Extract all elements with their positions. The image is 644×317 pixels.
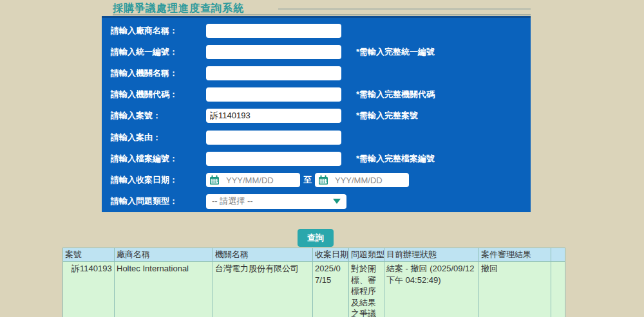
search-form-panel: 請輸入廠商名稱： 請輸入統一編號： *需輸入完整統一編號 請輸入機關名稱： 請輸… [102, 16, 531, 212]
case-reason-label: 請輸入案由： [111, 132, 206, 143]
file-number-input[interactable] [206, 152, 341, 166]
header-extra [551, 248, 565, 262]
table-header-row: 案號 廠商名稱 機關名稱 收案日期 問題類型 目前辦理狀態 案件審理結果 [63, 248, 565, 262]
cell-issue-type: 對於開標、審標程序及結果之爭議 [349, 262, 384, 317]
form-row-agency-name: 請輸入機關名稱： [111, 62, 531, 84]
cell-current-status: 結案 - 撤回 (2025/09/12 下午 04:52:49) [384, 262, 479, 317]
agency-name-label: 請輸入機關名稱： [111, 68, 206, 79]
header-received-date: 收案日期 [313, 248, 349, 262]
title-rule-upper [278, 8, 531, 10]
issue-type-label: 請輸入問題類型： [111, 195, 206, 207]
procurement-dispute-query-page: 採購爭議處理進度查詢系統 請輸入廠商名稱： 請輸入統一編號： *需輸入完整統一編… [0, 0, 644, 317]
cell-extra [551, 262, 565, 317]
results-table: 案號 廠商名稱 機關名稱 收案日期 問題類型 目前辦理狀態 案件審理結果 訴11… [62, 248, 565, 317]
tax-id-hint: *需輸入完整統一編號 [356, 46, 435, 58]
case-number-label: 請輸入案號： [111, 110, 206, 122]
issue-type-selected-value: -- 請選擇 -- [212, 195, 253, 207]
form-row-file-number: 請輸入檔案編號： *需輸入完整檔案編號 [111, 148, 531, 169]
received-date-start-input[interactable] [220, 176, 297, 185]
case-number-input[interactable] [206, 109, 341, 123]
agency-code-input[interactable] [206, 87, 341, 102]
form-row-vendor-name: 請輸入廠商名稱： [111, 20, 531, 41]
tax-id-input[interactable] [206, 45, 341, 59]
cell-received-date: 2025/07/15 [313, 262, 349, 317]
received-date-label: 請輸入收案日期： [111, 174, 206, 186]
cell-case-number: 訴1140193 [63, 262, 115, 317]
case-reason-input[interactable] [206, 131, 341, 145]
agency-code-hint: *需輸入完整機關代碼 [356, 89, 435, 100]
tax-id-label: 請輸入統一編號： [111, 46, 206, 58]
form-row-issue-type: 請輸入問題類型： -- 請選擇 -- [111, 191, 531, 212]
date-range-separator: 至 [303, 174, 312, 186]
form-row-case-number: 請輸入案號： *需輸入完整案號 [111, 105, 531, 127]
form-row-tax-id: 請輸入統一編號： *需輸入完整統一編號 [111, 41, 531, 62]
received-date-start-box[interactable] [206, 173, 300, 187]
form-row-received-date: 請輸入收案日期： 至 [111, 170, 531, 191]
vendor-name-label: 請輸入廠商名稱： [111, 25, 206, 37]
form-row-case-reason: 請輸入案由： [111, 127, 531, 148]
header-agency-name: 機關名稱 [213, 248, 313, 262]
agency-name-input[interactable] [206, 66, 341, 80]
form-row-agency-code: 請輸入機關代碼： *需輸入完整機關代碼 [111, 84, 531, 105]
header-vendor-name: 廠商名稱 [115, 248, 213, 262]
cell-agency-name: 台灣電力股份有限公司 [213, 262, 313, 317]
header-review-result: 案件審理結果 [479, 248, 551, 262]
header-case-number: 案號 [63, 248, 115, 262]
vendor-name-input[interactable] [206, 24, 341, 38]
calendar-icon [318, 175, 328, 185]
search-button[interactable]: 查詢 [298, 229, 334, 247]
received-date-end-box[interactable] [315, 173, 409, 187]
page-title: 採購爭議處理進度查詢系統 [113, 2, 244, 15]
header-current-status: 目前辦理狀態 [384, 248, 479, 262]
file-number-label: 請輸入檔案編號： [111, 153, 206, 165]
cell-review-result: 撤回 [479, 262, 551, 317]
chevron-down-icon [333, 199, 341, 204]
issue-type-select[interactable]: -- 請選擇 -- [206, 194, 346, 209]
case-number-hint: *需輸入完整案號 [356, 110, 418, 122]
cell-vendor-name: Holtec International [115, 262, 213, 317]
received-date-end-input[interactable] [328, 176, 406, 185]
agency-code-label: 請輸入機關代碼： [111, 89, 206, 100]
table-row: 訴1140193 Holtec International 台灣電力股份有限公司… [63, 262, 565, 317]
header-issue-type: 問題類型 [349, 248, 384, 262]
title-rule-lower [113, 14, 531, 15]
file-number-hint: *需輸入完整檔案編號 [356, 153, 435, 165]
calendar-icon [209, 175, 220, 185]
